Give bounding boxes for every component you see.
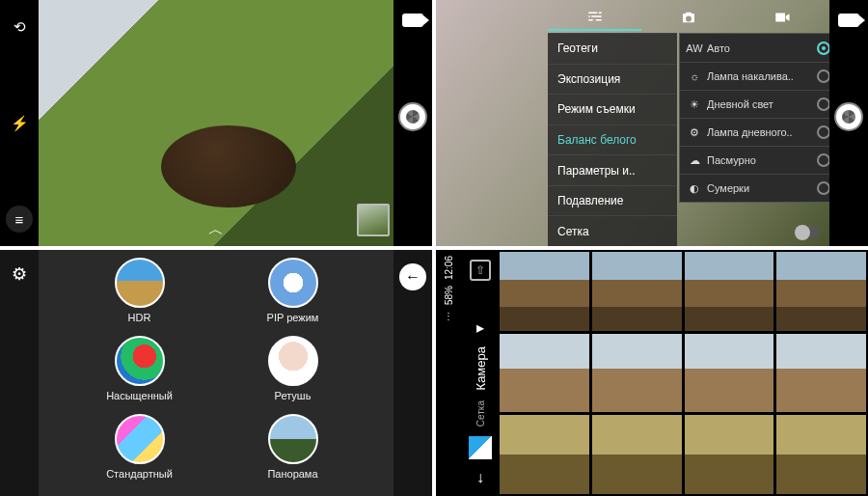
view-mode-label: Сетка bbox=[475, 400, 486, 427]
settings-item[interactable]: Геотеги bbox=[548, 33, 677, 64]
wb-icon: ☀ bbox=[688, 97, 701, 111]
mode-label: Стандартный bbox=[106, 468, 173, 480]
left-controls: ⚙ bbox=[0, 250, 39, 496]
sliders-icon bbox=[586, 8, 604, 25]
mode-item[interactable]: Стандартный bbox=[79, 414, 200, 488]
photo-thumb[interactable] bbox=[592, 415, 682, 494]
tab-camera[interactable] bbox=[641, 4, 735, 31]
wb-icon: ☁ bbox=[688, 153, 701, 167]
status-bar: 12:06 58% ⋮ bbox=[436, 250, 461, 496]
mode-item[interactable]: Панорама bbox=[232, 414, 353, 488]
radio-icon bbox=[817, 41, 830, 55]
settings-list: ГеотегиЭкспозицияРежим съемкиБаланс бело… bbox=[548, 33, 677, 246]
tab-adjust[interactable] bbox=[548, 4, 641, 31]
wb-icon: ⚙ bbox=[688, 125, 701, 139]
wb-label: Пасмурно bbox=[707, 154, 756, 166]
mode-label: Ретушь bbox=[275, 390, 312, 401]
back-button[interactable]: ← bbox=[399, 263, 426, 290]
chevron-up-icon[interactable]: ︿ bbox=[208, 220, 224, 240]
mode-item[interactable]: PIP режим bbox=[232, 258, 353, 332]
camera-settings-screen: ГеотегиЭкспозицияРежим съемкиБаланс бело… bbox=[436, 0, 868, 246]
photo-thumb[interactable] bbox=[500, 334, 589, 413]
gallery-app-icon[interactable] bbox=[469, 436, 492, 459]
settings-item[interactable]: Режим съемки bbox=[548, 94, 677, 124]
shutter-button[interactable] bbox=[398, 102, 427, 131]
wb-label: Дневной свет bbox=[707, 98, 773, 110]
photo-thumb[interactable] bbox=[776, 334, 866, 413]
mode-label: PIP режим bbox=[267, 312, 319, 323]
mode-thumb bbox=[115, 258, 165, 308]
white-balance-popup: AW Авто ☼ Лампа накалива.. ☀ Дневной све… bbox=[679, 33, 839, 203]
mode-thumb bbox=[115, 414, 165, 464]
photo-thumb[interactable] bbox=[776, 252, 866, 331]
right-controls: ← bbox=[393, 250, 432, 496]
dropdown-caret-icon[interactable]: ▸ bbox=[476, 318, 484, 337]
wb-option[interactable]: ☼ Лампа накалива.. bbox=[680, 62, 838, 90]
radio-icon bbox=[817, 125, 830, 139]
camera-main-screen: ⟲ ⚡ ≡ ︿ bbox=[0, 0, 432, 246]
mode-thumb bbox=[115, 336, 165, 386]
viewfinder[interactable] bbox=[39, 0, 393, 246]
gallery-grid-screen: 12:06 58% ⋮ ⇧ ▸ Камера Сетка ↓ bbox=[436, 250, 868, 496]
photo-thumb[interactable] bbox=[685, 252, 774, 331]
wb-option[interactable]: ⚙ Лампа дневного.. bbox=[680, 118, 838, 146]
photo-thumb[interactable] bbox=[592, 334, 682, 413]
radio-icon bbox=[817, 97, 830, 111]
photo-thumb[interactable] bbox=[592, 252, 682, 331]
nav-back-icon[interactable]: ↓ bbox=[476, 469, 484, 486]
wb-option[interactable]: ◐ Сумерки bbox=[680, 174, 838, 202]
camera-icon bbox=[680, 9, 697, 26]
settings-item[interactable]: Экспозиция bbox=[548, 64, 677, 95]
shutter-button[interactable] bbox=[834, 102, 863, 131]
clock: 12:06 bbox=[444, 256, 454, 280]
wb-label: Лампа дневного.. bbox=[707, 126, 793, 138]
photo-thumb[interactable] bbox=[685, 415, 774, 494]
radio-icon bbox=[817, 181, 830, 195]
mode-label: HDR bbox=[128, 312, 151, 323]
gear-icon[interactable]: ⚙ bbox=[12, 263, 27, 285]
wb-label: Лампа накалива.. bbox=[707, 70, 794, 82]
grid-toggle[interactable] bbox=[795, 227, 820, 238]
video-icon bbox=[773, 9, 791, 26]
photo-thumb[interactable] bbox=[500, 415, 589, 494]
mode-thumb bbox=[268, 258, 318, 308]
settings-item[interactable]: Подавление bbox=[548, 185, 677, 216]
wb-label: Авто bbox=[707, 42, 730, 54]
share-icon[interactable]: ⇧ bbox=[470, 260, 491, 281]
mode-label: Насыщенный bbox=[106, 390, 173, 401]
wb-icon: AW bbox=[688, 41, 701, 55]
radio-icon bbox=[817, 153, 830, 167]
photo-thumb[interactable] bbox=[776, 415, 866, 494]
video-icon[interactable] bbox=[838, 14, 859, 27]
radio-icon bbox=[817, 69, 830, 83]
settings-tabs bbox=[548, 4, 829, 31]
flash-icon[interactable]: ⚡ bbox=[6, 110, 33, 137]
tab-video[interactable] bbox=[736, 4, 829, 31]
menu-icon[interactable]: ≡ bbox=[6, 206, 33, 233]
left-controls: ⟲ ⚡ ≡ bbox=[0, 0, 39, 246]
wb-option[interactable]: ☀ Дневной свет bbox=[680, 90, 838, 118]
photo-grid bbox=[500, 252, 866, 494]
settings-item[interactable]: Сетка bbox=[548, 215, 677, 246]
switch-camera-icon[interactable]: ⟲ bbox=[6, 14, 33, 41]
album-title[interactable]: Камера bbox=[474, 346, 488, 390]
more-icon: ⋮ bbox=[444, 311, 453, 321]
camera-modes-screen: ⚙ ← HDR PIP режим Насыщенный Ретушь Стан… bbox=[0, 250, 432, 496]
wb-label: Сумерки bbox=[707, 182, 749, 194]
right-controls bbox=[393, 0, 432, 246]
gallery-thumbnail[interactable] bbox=[357, 204, 390, 236]
wb-option[interactable]: AW Авто bbox=[680, 34, 838, 62]
mode-item[interactable]: Ретушь bbox=[232, 336, 353, 410]
photo-thumb[interactable] bbox=[685, 334, 774, 413]
battery: 58% bbox=[444, 286, 454, 305]
mode-label: Панорама bbox=[267, 468, 317, 480]
settings-item[interactable]: Баланс белого bbox=[548, 124, 677, 155]
photo-thumb[interactable] bbox=[500, 252, 589, 331]
video-icon[interactable] bbox=[402, 14, 423, 27]
wb-option[interactable]: ☁ Пасмурно bbox=[680, 146, 838, 174]
mode-item[interactable]: Насыщенный bbox=[79, 336, 200, 410]
right-controls bbox=[829, 0, 868, 246]
mode-item[interactable]: HDR bbox=[79, 258, 200, 332]
wb-icon: ◐ bbox=[688, 181, 701, 195]
settings-item[interactable]: Параметры и.. bbox=[548, 154, 677, 185]
